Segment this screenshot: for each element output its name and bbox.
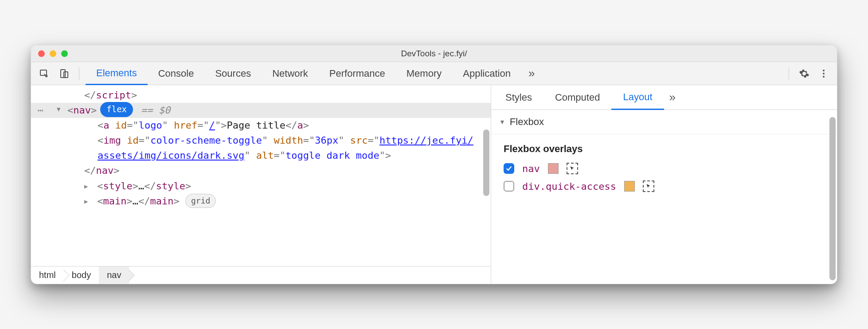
dom-tree[interactable]: </script> ⋯ ▼ <nav> flex == $0 <a id="lo… bbox=[31, 85, 491, 266]
svg-rect-0 bbox=[40, 70, 47, 75]
dom-node-style[interactable]: ▶ <style>…</style> bbox=[31, 179, 491, 194]
window-title: DevTools - jec.fyi/ bbox=[401, 49, 467, 59]
maximize-icon[interactable] bbox=[61, 50, 68, 57]
svg-rect-1 bbox=[61, 70, 65, 78]
device-toggle-icon[interactable] bbox=[55, 65, 73, 82]
console-ref: == $0 bbox=[141, 103, 170, 118]
gear-icon[interactable] bbox=[795, 65, 813, 82]
breadcrumbs: html body nav bbox=[31, 266, 491, 284]
color-swatch[interactable] bbox=[624, 181, 635, 192]
expand-icon[interactable]: ▶ bbox=[84, 182, 91, 192]
tab-layout[interactable]: Layout bbox=[611, 85, 664, 110]
dom-node-nav-selected[interactable]: ⋯ ▼ <nav> flex == $0 bbox=[31, 103, 491, 118]
toolbar-divider bbox=[789, 67, 789, 80]
flex-badge[interactable]: flex bbox=[100, 102, 133, 117]
tab-memory[interactable]: Memory bbox=[396, 62, 452, 85]
overlay-row-nav: nav bbox=[504, 163, 825, 174]
flexbox-section-body: Flexbox overlays nav div.quick-access bbox=[491, 134, 837, 204]
inspect-icon[interactable] bbox=[35, 65, 53, 82]
panel-body: </script> ⋯ ▼ <nav> flex == $0 <a id="lo… bbox=[31, 85, 837, 284]
dom-node-a[interactable]: <a id="logo" href="/">Page title</a> bbox=[31, 118, 491, 133]
expand-icon[interactable]: ▼ bbox=[57, 105, 64, 114]
expand-icon[interactable]: ▶ bbox=[84, 197, 91, 207]
overlay-row-quick-access: div.quick-access bbox=[504, 180, 825, 192]
main-tabs: Elements Console Sources Network Perform… bbox=[86, 62, 521, 85]
svg-point-3 bbox=[823, 70, 825, 71]
dom-node-script-close[interactable]: </script> bbox=[31, 88, 491, 103]
color-swatch[interactable] bbox=[548, 163, 559, 174]
dom-node-main[interactable]: ▶ <main>…</main> grid bbox=[31, 194, 491, 209]
dom-node-nav-close[interactable]: </nav> bbox=[31, 163, 491, 178]
highlight-icon[interactable] bbox=[643, 180, 654, 192]
tab-network[interactable]: Network bbox=[262, 62, 319, 85]
more-tabs-icon[interactable]: » bbox=[523, 67, 540, 80]
breadcrumb-nav[interactable]: nav bbox=[99, 266, 129, 284]
titlebar: DevTools - jec.fyi/ bbox=[31, 45, 837, 62]
tab-styles[interactable]: Styles bbox=[494, 85, 543, 110]
breadcrumb-body[interactable]: body bbox=[64, 266, 99, 284]
flexbox-section-header[interactable]: ▼ Flexbox bbox=[491, 110, 837, 134]
section-title: Flexbox bbox=[510, 116, 544, 128]
breadcrumb-html[interactable]: html bbox=[31, 266, 64, 284]
overlay-label[interactable]: nav bbox=[522, 163, 540, 174]
traffic-lights[interactable] bbox=[38, 50, 68, 57]
overlays-heading: Flexbox overlays bbox=[504, 143, 825, 155]
tab-computed[interactable]: Computed bbox=[543, 85, 612, 110]
dom-node-img[interactable]: <img id="color-scheme-toggle" width="36p… bbox=[31, 133, 491, 163]
tab-application[interactable]: Application bbox=[452, 62, 521, 85]
tab-console[interactable]: Console bbox=[148, 62, 205, 85]
chevron-down-icon: ▼ bbox=[499, 118, 505, 125]
tab-performance[interactable]: Performance bbox=[319, 62, 396, 85]
drag-handle-icon[interactable]: ⋯ bbox=[32, 103, 50, 118]
tab-sources[interactable]: Sources bbox=[204, 62, 262, 85]
svg-point-4 bbox=[823, 73, 825, 74]
main-toolbar: Elements Console Sources Network Perform… bbox=[31, 62, 837, 85]
scrollbar-thumb[interactable] bbox=[829, 117, 836, 280]
minimize-icon[interactable] bbox=[50, 50, 56, 57]
svg-point-5 bbox=[823, 76, 825, 78]
elements-panel: </script> ⋯ ▼ <nav> flex == $0 <a id="lo… bbox=[31, 85, 491, 284]
close-icon[interactable] bbox=[38, 50, 45, 57]
checkbox-quick-access[interactable] bbox=[504, 181, 514, 192]
sidebar-tabs: Styles Computed Layout » bbox=[491, 85, 837, 110]
tab-elements[interactable]: Elements bbox=[86, 62, 148, 85]
svg-rect-2 bbox=[64, 72, 68, 78]
scrollbar-thumb[interactable] bbox=[483, 129, 489, 196]
more-tabs-icon[interactable]: » bbox=[664, 90, 681, 104]
kebab-icon[interactable] bbox=[815, 65, 833, 82]
toolbar-divider bbox=[79, 67, 79, 80]
highlight-icon[interactable] bbox=[567, 163, 578, 174]
devtools-window: DevTools - jec.fyi/ Elements Console Sou… bbox=[31, 45, 837, 284]
grid-badge[interactable]: grid bbox=[185, 194, 216, 208]
overlay-label[interactable]: div.quick-access bbox=[522, 181, 616, 192]
checkbox-nav[interactable] bbox=[504, 163, 514, 174]
styles-sidebar: Styles Computed Layout » ▼ Flexbox Flexb… bbox=[491, 85, 837, 284]
